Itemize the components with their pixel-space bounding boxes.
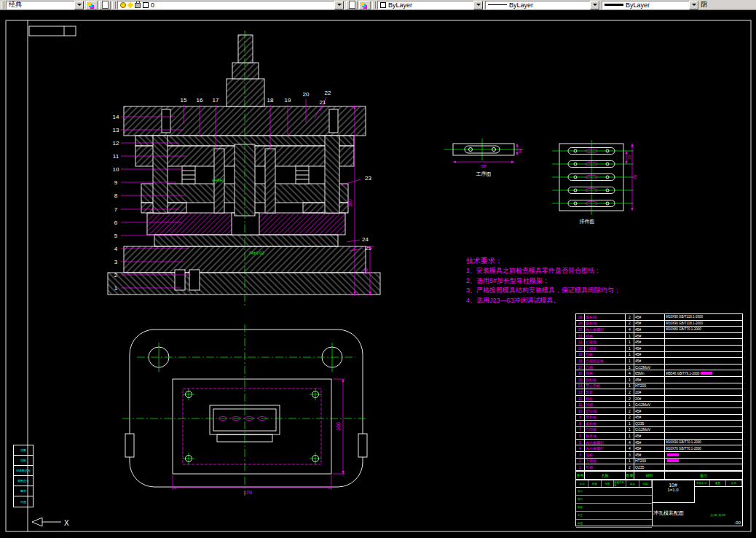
bom-cell-standard: M10X90 GB/T118.1-2000 [665, 321, 742, 327]
linetype-dropdown-arrow[interactable] [590, 1, 599, 9]
layer-lock-icon[interactable] [135, 3, 141, 8]
part-number-label: 24 [362, 236, 369, 243]
layer-freeze-sun-icon[interactable] [127, 1, 133, 7]
signature-role-cell: 设计 [576, 488, 652, 496]
part-number-label: 2 [114, 272, 118, 278]
part-number-label: 6 [114, 219, 118, 226]
side-strip-cell: 日期 [14, 496, 33, 507]
bom-cell-number: 23 [576, 327, 585, 332]
part-number-label: 17 [213, 97, 219, 104]
bom-row: 11 凹模 1 Cr12MoV [576, 402, 742, 408]
bom-cell-name: 空心垫板 [585, 383, 626, 389]
bom-cell-standard [665, 459, 742, 464]
bom-cell-standard [665, 339, 742, 345]
toolbar-grip[interactable] [112, 1, 116, 9]
tech-requirements: 技术要求： 1、安装模具之前检查模具零件是否符合图纸；2、选用5#加长型导柱模架… [466, 255, 621, 305]
bom-row: 17 凸模 1 Cr12MoV [576, 364, 742, 371]
bom-row: 23 内六角螺钉 4 45# M10X80 GB/T70.1-2000 [576, 327, 742, 333]
bom-cell-standard [665, 346, 742, 351]
bom-row: 21 止转销 1 45# [576, 339, 742, 346]
workspace-combo[interactable]: 经典 [6, 1, 84, 9]
part-number-label: 18 [267, 97, 274, 104]
bom-cell-standard [665, 433, 742, 439]
layer-properties-button[interactable] [86, 1, 98, 9]
part-number-label: 10 [113, 166, 119, 173]
bom-cell-number: 3 [576, 452, 585, 458]
layers-icon [87, 2, 91, 6]
part-number-label: 1 [114, 285, 118, 292]
part-number-label: 12 [113, 140, 119, 147]
bom-cell-number: 2 [576, 459, 585, 464]
part-number-label: 25 [365, 245, 371, 252]
bom-cell-standard [665, 358, 742, 364]
make-object-layer-current-button[interactable] [346, 1, 358, 9]
bom-row: 10 定位销 2 45# [576, 408, 742, 415]
right-header-cell: 重量 [710, 480, 726, 486]
bom-row: 20 上模座 1 45# [576, 346, 742, 352]
bom-cell-name: 定位销 [585, 408, 626, 414]
bom-cell-material: 45# [634, 377, 665, 383]
ucs-icon: X [32, 518, 69, 527]
bom-row: 8 承料板 1 Q235 [576, 421, 742, 427]
bom-cell-number: 13 [576, 389, 585, 395]
bom-cell-material: 45# [634, 452, 665, 458]
linetype-sample-icon [488, 4, 507, 5]
strip-view-label: 排件图 [580, 219, 595, 225]
bom-cell-qty: 2 [626, 389, 634, 395]
bom-cell-qty: 4 [626, 327, 634, 332]
bom-cell-number: 5 [576, 440, 585, 445]
lineweight-dropdown-arrow[interactable] [689, 1, 698, 9]
bom-cell-number: 20 [576, 346, 585, 351]
bom-cell-number: 6 [576, 433, 585, 439]
bom-cell-name: 凹模 [585, 402, 626, 408]
bom-cell-number: 19 [576, 352, 585, 358]
bom-header-cell: 数量 [626, 472, 634, 479]
bom-row: 5 内六角螺钉 4 45# M10X90 GB/T70.1-2000 [576, 440, 742, 446]
bom-row: 9 导料板 2 45# [576, 415, 742, 421]
bom-cell-standard [665, 415, 742, 421]
part-number-label: 23 [365, 175, 371, 182]
dimension-text: 58 [481, 164, 487, 168]
title-block: 标记处数分区更改文件号签名日期 设计校对审核工艺批准 10# 1=1.0 阶段标… [575, 480, 743, 526]
clipped-toolbar-label: 阴 [701, 0, 709, 9]
layer-combo[interactable]: 0 [117, 1, 344, 9]
bom-cell-material: 65Mn [634, 370, 665, 376]
side-strip-cell: 描图 [14, 445, 33, 456]
layer-dropdown-arrow[interactable] [334, 1, 344, 9]
workspace-dropdown-arrow[interactable] [74, 1, 84, 9]
bom-cell-standard: M10X70 GB/T70.1-2000 [665, 445, 742, 451]
bom-cell-material: Q235 [634, 421, 665, 426]
part-number-label: 16 [197, 97, 203, 104]
workspace-combo-value: 经典 [9, 0, 22, 9]
bom-cell-qty: 2 [626, 314, 634, 320]
top-toolbar: 经典 0 ByLayer ByLayer ByLayer 阴 [0, 0, 756, 10]
part-number-label: 5 [114, 233, 118, 239]
page-icon [102, 1, 109, 9]
bom-row: 12 导柱 2 20# [576, 396, 742, 402]
toolbar-grip[interactable] [372, 1, 376, 9]
layer-states-button[interactable] [99, 1, 111, 9]
linetype-combo[interactable]: ByLayer [485, 1, 600, 9]
sheet-number: -00 [734, 521, 741, 525]
bore-dimension-label: φ48H7 [212, 178, 226, 182]
plan-view: 170 100 [122, 324, 368, 496]
bom-cell-qty: 4 [626, 440, 634, 445]
bom-cell-material: 45# [634, 314, 665, 320]
bom-cell-qty: 1 [626, 433, 634, 439]
bom-cell-material: HT200 [634, 383, 665, 389]
toolbar-grip[interactable] [1, 1, 4, 9]
bom-cell-standard: M10X80 GB/T70.1-2000 [665, 327, 742, 332]
layer-on-bulb-icon[interactable] [120, 2, 126, 8]
lineweight-combo[interactable]: ByLayer [602, 1, 699, 9]
bom-cell-number: 9 [576, 415, 585, 421]
part-number-label: 4 [114, 246, 118, 252]
bom-cell-number: 25 [576, 314, 585, 320]
bom-cell-name: 垫板 [585, 352, 626, 358]
bom-cell-name: 圆柱销 [585, 314, 626, 320]
color-combo[interactable]: ByLayer [377, 1, 484, 9]
bom-row: 1 垫脚 2 Q235 [576, 464, 742, 471]
strip-view: 15 75 排件图 [552, 140, 637, 225]
bom-cell-number: 15 [576, 377, 585, 383]
color-dropdown-arrow[interactable] [473, 1, 483, 9]
layer-previous-button[interactable] [359, 1, 371, 9]
